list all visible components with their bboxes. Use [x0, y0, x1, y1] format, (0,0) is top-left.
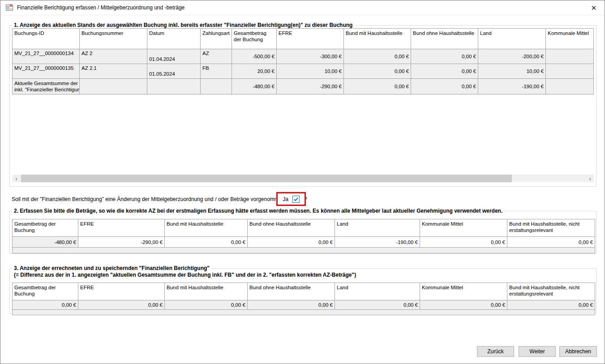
column-header-kommunale-mittel: Kommunale Mittel [420, 219, 507, 237]
scrollbar-thumb[interactable] [21, 175, 512, 182]
amounts-table-header: Gesamtbetrag der Buchung EFRE Bund mit H… [13, 219, 595, 237]
column-header-bund-mit: Bund mit Haushaltsstelle [165, 219, 248, 237]
section3-title-line1: 3. Anzeige der errechneten und zu speich… [12, 265, 211, 272]
table-row[interactable]: MV_21_27__0000000135 AZ 2.1 01.05.2024 F… [13, 64, 594, 79]
value-bund-mit-nicht-erstattungsrelevant-input[interactable]: 0,00 € [507, 237, 595, 248]
ja-checkbox[interactable] [292, 196, 300, 203]
horizontal-scrollbar[interactable]: ‹ › [13, 175, 594, 182]
column-header-gesamtbetrag: Gesamtbetrag der Buchung [232, 29, 277, 49]
summary-gesamtbetrag: -480,00 € [232, 79, 277, 94]
column-header-kommunale-mittel: Kommunale Mittel [546, 29, 594, 49]
summary-row: Aktuelle Gesamtsumme der Buchung inkl. "… [13, 79, 594, 94]
summary-label: Aktuelle Gesamtsumme der Buchung inkl. "… [13, 79, 80, 94]
cancel-button[interactable]: Abbrechen [559, 346, 597, 357]
cell-zahlungsart: AZ [201, 49, 232, 64]
column-header-buchungs-id: Buchungs-ID [13, 29, 80, 49]
question-text: Soll mit der "Finanziellen Berichtigung"… [12, 196, 307, 202]
column-header-gesamtbetrag: Gesamtbetrag der Buchung [13, 283, 78, 300]
column-header-land: Land [335, 283, 420, 300]
title-bar: Finanzielle Berichtigung erfassen / Mitt… [0, 0, 605, 15]
scroll-right-button[interactable]: › [586, 175, 594, 182]
result-table-header: Gesamtbetrag der Buchung EFRE Bund mit H… [13, 283, 595, 300]
cell-efre: 10,00 € [277, 64, 344, 79]
summary-efre: -290,00 € [277, 79, 344, 94]
highlight-box: Ja [276, 192, 306, 206]
cell-land: 10,00 € [478, 64, 546, 79]
cell-kommunale-mittel [546, 64, 594, 79]
result-kommunale-mittel: 0,00 € [420, 300, 507, 310]
close-button[interactable]: ✕ [588, 3, 599, 13]
cell-buchungsnummer: AZ 2 [80, 49, 147, 64]
table-row[interactable]: MV_21_27__0000000134 AZ 2 01.04.2024 AZ … [13, 49, 594, 64]
column-header-gesamtbetrag: Gesamtbetrag der Buchung [13, 219, 78, 237]
column-header-zahlungsart: Zahlungsart [201, 29, 232, 49]
value-land-input[interactable]: -190,00 € [335, 237, 420, 248]
value-bund-mit-input[interactable]: 0,00 € [165, 237, 248, 248]
summary-land: -190,00 € [478, 79, 546, 94]
section3-groupbox: 3. Anzeige der errechneten und zu speich… [9, 268, 596, 314]
cell-bund-mit: 0,00 € [344, 49, 411, 64]
cell-efre: -300,00 € [277, 49, 344, 64]
cell-land: -200,00 € [478, 49, 546, 64]
cell-buchungsnummer: AZ 2.1 [80, 64, 147, 79]
cell-buchungs-id: MV_21_27__0000000134 [13, 49, 80, 64]
back-button[interactable]: Zurück [477, 346, 514, 357]
result-table: Gesamtbetrag der Buchung EFRE Bund mit H… [12, 283, 595, 315]
cell-datum: 01.04.2024 [147, 49, 201, 64]
cell-buchungs-id: MV_21_27__0000000135 [13, 64, 80, 79]
column-header-datum: Datum [147, 29, 201, 49]
result-efre: 0,00 € [78, 300, 165, 310]
cell-gesamtbetrag: 20,00 € [232, 64, 277, 79]
summary-kommunale-mittel [546, 79, 594, 94]
summary-bund-ohne: 0,00 € [411, 79, 478, 94]
value-kommunale-mittel-input[interactable]: 0,00 € [420, 237, 507, 248]
value-efre-input[interactable]: -290,00 € [78, 237, 165, 248]
section1-groupbox: 1. Anzeige des aktuellen Stands der ausg… [9, 25, 596, 187]
column-header-land: Land [335, 219, 420, 237]
result-bund-ohne: 0,00 € [248, 300, 335, 310]
result-value-row: 0,00 € 0,00 € 0,00 € 0,00 € 0,00 € 0,00 … [13, 300, 595, 310]
section1-title: 1. Anzeige des aktuellen Stands der ausg… [12, 22, 354, 29]
result-bund-mit-nicht-erstattungsrelevant: 0,00 € [507, 300, 595, 310]
summary-zahlungsart [201, 79, 232, 94]
cell-gesamtbetrag: -500,00 € [232, 49, 277, 64]
column-header-bund-mit: Bund mit Haushaltsstelle [165, 283, 248, 300]
column-header-bund-mit-nicht-erstattungsrelevant: Bund mit Haushaltsstelle, nicht erstattu… [507, 283, 595, 300]
scroll-left-button[interactable]: ‹ [13, 175, 20, 182]
column-header-land: Land [478, 29, 546, 49]
section2-groupbox: 2. Erfassen Sie bitte die Beträge, so wi… [9, 211, 596, 254]
summary-datum [147, 79, 201, 94]
column-header-bund-mit: Bund mit Haushaltsstelle [344, 29, 411, 49]
next-button[interactable]: Weiter [519, 346, 556, 357]
booking-table-header: Buchungs-ID Buchungsnummer Datum Zahlung… [13, 29, 594, 49]
column-header-bund-mit-nicht-erstattungsrelevant: Bund mit Haushaltsstelle, nicht erstattu… [507, 219, 595, 237]
answer-label: Ja [283, 196, 288, 202]
summary-buchungsnummer [80, 79, 147, 94]
chevron-right-icon: › [589, 176, 591, 181]
cell-zahlungsart: FB [201, 64, 232, 79]
column-header-efre: EFRE [277, 29, 344, 49]
app-icon [5, 4, 13, 12]
table-filler [13, 248, 595, 253]
column-header-bund-ohne: Bund ohne Haushaltsstelle [411, 29, 478, 49]
checkmark-icon [293, 197, 299, 202]
column-header-efre: EFRE [78, 219, 165, 237]
result-bund-mit: 0,00 € [165, 300, 248, 310]
column-header-bund-ohne: Bund ohne Haushaltsstelle [248, 219, 335, 237]
cell-bund-ohne: 0,00 € [411, 49, 478, 64]
column-header-buchungsnummer: Buchungsnummer [80, 29, 147, 49]
cell-kommunale-mittel [546, 49, 594, 64]
column-header-efre: EFRE [78, 283, 165, 300]
section3-title: 3. Anzeige der errechneten und zu speich… [12, 265, 358, 278]
summary-bund-mit: 0,00 € [344, 79, 411, 94]
close-icon: ✕ [591, 4, 597, 12]
window-title: Finanzielle Berichtigung erfassen / Mitt… [17, 4, 185, 11]
cell-bund-mit: 0,00 € [344, 64, 411, 79]
cell-bund-ohne: 0,00 € [411, 64, 478, 79]
cell-datum: 01.05.2024 [147, 64, 201, 79]
result-gesamtbetrag: 0,00 € [13, 300, 78, 310]
table-filler [13, 310, 595, 315]
amounts-value-row: -480,00 € -290,00 € 0,00 € 0,00 € -190,0… [13, 237, 595, 248]
column-header-bund-ohne: Bund ohne Haushaltsstelle [248, 283, 335, 300]
value-bund-ohne-input[interactable]: 0,00 € [248, 237, 335, 248]
